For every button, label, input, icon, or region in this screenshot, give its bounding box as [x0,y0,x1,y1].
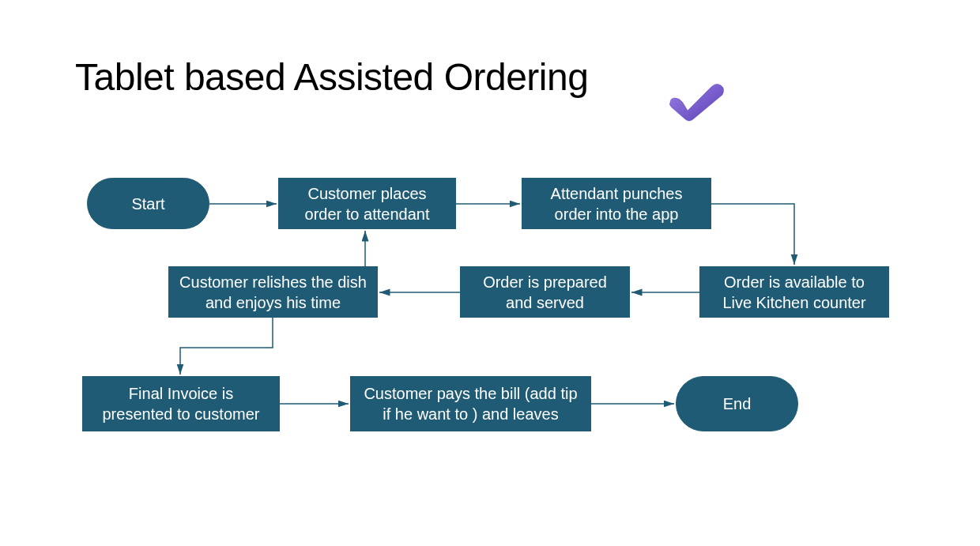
flowchart-start: Start [87,178,209,229]
node-label: End [723,393,752,414]
flowchart-step-3: Order is available to Live Kitchen count… [699,266,889,318]
node-label: Order is available to Live Kitchen count… [710,272,879,313]
flowchart-step-2: Attendant punches order into the app [522,178,711,229]
node-label: Customer relishes the dish and enjoys hi… [179,272,368,313]
flowchart-step-6: Final Invoice is presented to customer [82,376,280,431]
flowchart-end: End [676,376,798,431]
node-label: Order is prepared and served [470,272,620,313]
node-label: Start [131,194,164,214]
node-label: Customer pays the bill (add tip if he wa… [360,383,581,424]
node-label: Customer places order to attendant [288,183,446,224]
flowchart-step-1: Customer places order to attendant [278,178,456,229]
node-label: Final Invoice is presented to customer [92,383,270,424]
flowchart-step-4: Order is prepared and served [460,266,630,318]
node-label: Attendant punches order into the app [532,183,701,224]
flowchart-step-7: Customer pays the bill (add tip if he wa… [350,376,591,431]
diagram-title: Tablet based Assisted Ordering [75,55,588,99]
checkmark-icon [664,79,727,122]
flowchart-step-5: Customer relishes the dish and enjoys hi… [168,266,378,318]
